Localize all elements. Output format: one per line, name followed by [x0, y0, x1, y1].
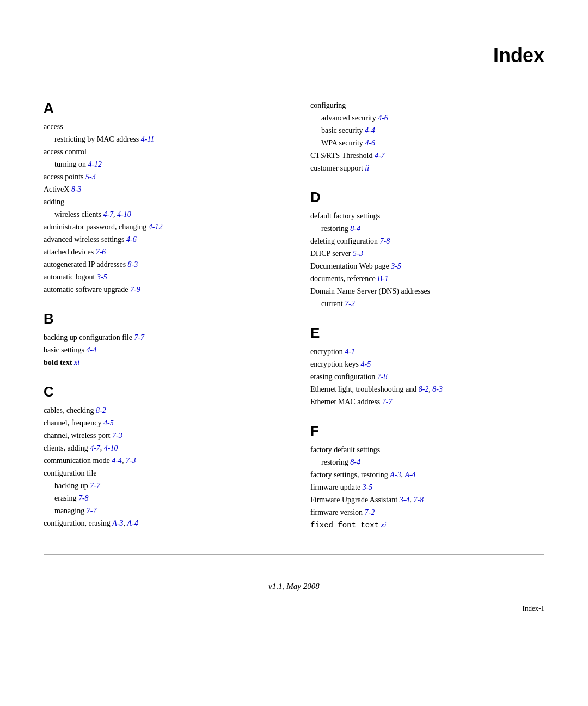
index-entry: adding [44, 196, 278, 208]
index-ref[interactable]: 4-5 [361, 360, 371, 368]
index-entry: channel, wireless port 7-3 [44, 430, 278, 441]
index-ref[interactable]: 4-6 [126, 235, 137, 244]
index-ref[interactable]: 4-6 [378, 114, 388, 122]
index-ref[interactable]: 8-4 [350, 458, 360, 466]
index-entry: access control [44, 146, 278, 157]
index-ref[interactable]: 4-12 [149, 223, 163, 231]
index-ref[interactable]: 5-3 [353, 249, 363, 258]
index-ref[interactable]: 8-3 [128, 260, 138, 269]
index-ref[interactable]: 8-3 [71, 185, 82, 193]
section-letter: D [310, 189, 544, 206]
index-entry: backing up 7-7 [54, 480, 278, 491]
index-ref[interactable]: 7-7 [382, 398, 393, 406]
footer-bar: v1.1, May 2008 [44, 576, 544, 591]
index-entry: factory settings, restoring A-3, A-4 [310, 469, 544, 480]
index-ref[interactable]: 3-5 [391, 262, 401, 270]
index-ref[interactable]: 4-5 [103, 419, 114, 427]
index-entry: cables, checking 8-2 [44, 405, 278, 416]
index-entry: Documentation Web page 3-5 [310, 260, 544, 272]
index-entry: access points 5-3 [44, 171, 278, 182]
index-entry: encryption keys 4-5 [310, 358, 544, 370]
index-ref[interactable]: 8-2 [419, 385, 429, 393]
index-entry: current 7-2 [321, 298, 544, 309]
index-entry: restoring 8-4 [321, 457, 544, 468]
index-entry: automatic software upgrade 7-9 [44, 284, 278, 295]
index-entry: advanced wireless settings 4-6 [44, 234, 278, 245]
index-ref[interactable]: 4-12 [88, 160, 102, 168]
index-ref[interactable]: 7-7 [134, 333, 144, 342]
index-ref[interactable]: B-1 [377, 275, 388, 283]
index-entry: Domain Name Server (DNS) addresses [310, 285, 544, 297]
index-entry: clients, adding 4-7, 4-10 [44, 442, 278, 454]
index-entry: encryption 4-1 [310, 346, 544, 357]
index-entry: customer support ii [310, 162, 544, 174]
right-column: configuringadvanced security 4-6basic se… [310, 100, 544, 532]
index-entry: fixed font text xi [310, 519, 544, 531]
index-ref[interactable]: xi [74, 358, 79, 367]
page-title: Index [44, 44, 544, 67]
index-entry: firmware version 7-2 [310, 507, 544, 518]
index-entry: factory default settings [310, 444, 544, 455]
index-entry: basic security 4-4 [321, 125, 544, 136]
index-entry: restricting by MAC address 4-11 [54, 133, 278, 145]
left-column: Aaccessrestricting by MAC address 4-11ac… [44, 100, 278, 532]
index-ref[interactable]: 4-4 [112, 457, 122, 465]
index-ref[interactable]: 4-1 [345, 348, 355, 356]
index-entry: backing up configuration file 7-7 [44, 332, 278, 343]
index-ref[interactable]: A-4 [127, 519, 138, 527]
index-ref[interactable]: 7-9 [130, 285, 140, 294]
index-ref[interactable]: 4-10 [104, 444, 118, 452]
index-entry: restoring 8-4 [321, 223, 544, 234]
index-ref[interactable]: 7-3 [126, 457, 136, 465]
index-ref[interactable]: 8-4 [350, 224, 360, 233]
index-entry: deleting configuration 7-8 [310, 235, 544, 247]
index-ref[interactable]: 7-3 [112, 431, 122, 440]
index-ref[interactable]: 3-5 [97, 273, 107, 281]
index-ref[interactable]: 7-7 [90, 482, 100, 490]
index-ref[interactable]: A-3 [390, 471, 401, 479]
index-entry: Firmware Upgrade Assistant 3-4, 7-8 [310, 494, 544, 506]
index-ref[interactable]: 5-3 [85, 173, 96, 181]
index-entry: configuring [310, 100, 544, 111]
index-entry: erasing configuration 7-8 [310, 371, 544, 382]
index-ref[interactable]: 3-4 [400, 496, 410, 504]
index-ref[interactable]: 3-5 [363, 483, 373, 491]
section-letter: F [310, 423, 544, 440]
index-ref[interactable]: 7-8 [377, 373, 388, 381]
section-letter: A [44, 100, 278, 117]
index-entry: turning on 4-12 [54, 159, 278, 170]
index-ref[interactable]: 7-8 [413, 496, 424, 504]
index-ref[interactable]: 4-7 [90, 444, 100, 452]
index-ref[interactable]: 4-4 [87, 346, 97, 354]
index-entry: Ethernet light, troubleshooting and 8-2,… [310, 384, 544, 395]
index-ref[interactable]: 7-7 [87, 507, 97, 515]
index-entry: bold text xi [44, 357, 278, 368]
index-ref[interactable]: ii [365, 164, 369, 172]
index-entry: basic settings 4-4 [44, 344, 278, 356]
index-ref[interactable]: 4-4 [365, 126, 375, 135]
index-ref[interactable]: xi [381, 521, 387, 529]
index-entry: attached devices 7-6 [44, 246, 278, 258]
index-entry: wireless clients 4-7, 4-10 [54, 209, 278, 220]
index-ref[interactable]: 7-2 [345, 300, 355, 308]
index-ref[interactable]: 4-7 [375, 151, 385, 160]
index-ref[interactable]: A-3 [112, 519, 123, 527]
index-entry: ActiveX 8-3 [44, 184, 278, 195]
index-entry: configuration file [44, 467, 278, 479]
index-entry: communication mode 4-4, 7-3 [44, 455, 278, 466]
index-ref[interactable]: 4-11 [141, 135, 155, 143]
index-entry: Ethernet MAC address 7-7 [310, 396, 544, 407]
index-ref[interactable]: 7-8 [380, 237, 390, 245]
index-entry: automatic logout 3-5 [44, 271, 278, 283]
index-ref[interactable]: A-4 [405, 471, 415, 479]
page-number: Index-1 [523, 604, 544, 613]
index-ref[interactable]: 7-8 [78, 494, 89, 502]
index-ref[interactable]: 7-2 [365, 508, 375, 516]
index-ref[interactable]: 4-10 [117, 210, 131, 218]
index-ref[interactable]: 8-2 [96, 406, 106, 415]
index-ref[interactable]: 8-3 [432, 385, 443, 393]
index-ref[interactable]: 7-6 [96, 248, 106, 256]
section-letter: B [44, 311, 278, 327]
index-ref[interactable]: 4-6 [365, 139, 375, 147]
index-ref[interactable]: 4-7 [103, 210, 113, 218]
